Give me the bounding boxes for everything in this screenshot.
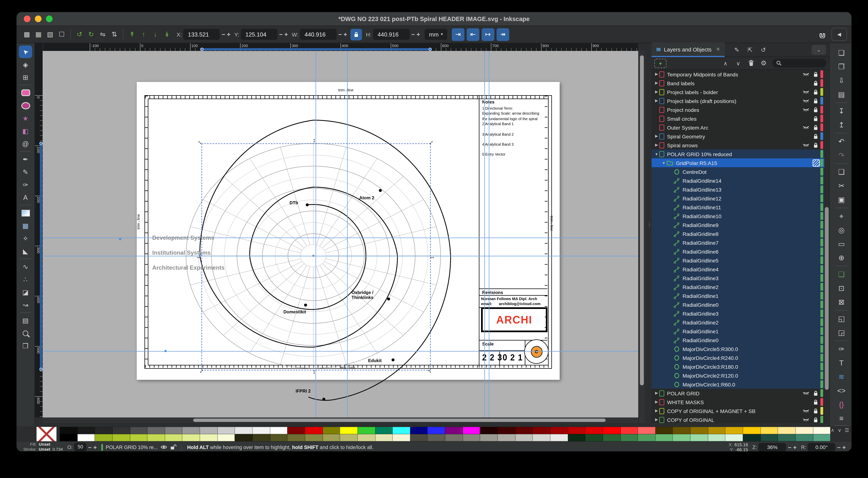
color-swatch[interactable] <box>358 427 375 434</box>
color-swatch[interactable] <box>638 427 655 434</box>
rotation-decrement[interactable]: − <box>837 444 840 450</box>
color-swatch[interactable] <box>77 434 95 441</box>
x-increment[interactable]: + <box>227 31 230 38</box>
mesh-gradient-tool[interactable]: ▦ <box>19 219 32 232</box>
color-swatch[interactable] <box>393 434 410 441</box>
connector-tool[interactable]: ↝ <box>19 298 32 311</box>
hidden-eye-icon[interactable] <box>803 143 809 148</box>
x-input[interactable]: 133.521 <box>183 29 220 40</box>
find-replace-icon[interactable]: {} <box>834 397 849 411</box>
new-document-icon[interactable]: ❏ <box>834 46 849 60</box>
color-swatch[interactable] <box>585 434 603 441</box>
export-dialog-icon[interactable]: ⇱ <box>743 44 757 55</box>
horizontal-scrollbar[interactable] <box>43 417 638 423</box>
expander-icon[interactable]: ▶ <box>654 409 659 413</box>
panel-menu-button[interactable]: ⌄ <box>811 45 826 55</box>
color-swatch[interactable] <box>375 434 393 441</box>
move-patterns-toggle[interactable]: ↠ <box>497 28 509 41</box>
object-radialgridline[interactable]: RadialGridline1 <box>652 291 824 300</box>
lock-icon[interactable] <box>813 133 818 139</box>
raise-icon[interactable]: ↑ <box>138 29 150 40</box>
zoom-window-button[interactable] <box>46 16 53 22</box>
color-swatch[interactable] <box>113 427 130 434</box>
opacity-input[interactable]: 50 <box>74 443 86 451</box>
redo-icon[interactable]: ↷ <box>834 148 849 162</box>
layer-spiral-arrows[interactable]: ▶Spiral arrows <box>652 141 824 149</box>
layer-visibility-icon[interactable] <box>160 445 167 450</box>
zoom-tool[interactable] <box>19 327 32 339</box>
layers-scrollbar[interactable] <box>824 70 829 423</box>
expander-icon[interactable]: ▶ <box>654 400 659 404</box>
print-document-icon[interactable]: ▤ <box>834 88 849 101</box>
height-increment[interactable]: + <box>416 31 420 38</box>
group-gridpolar-r5-a15[interactable]: ▼GridPolar:R5:A15 <box>652 158 824 167</box>
open-document-icon[interactable]: ❐ <box>834 60 849 73</box>
hidden-eye-icon[interactable] <box>803 72 809 77</box>
object-radialgridline[interactable]: RadialGridline0 <box>652 300 824 309</box>
color-swatch[interactable] <box>305 434 322 441</box>
color-swatch[interactable] <box>761 434 778 441</box>
y-increment[interactable]: + <box>284 31 288 38</box>
object-radialgridline[interactable]: RadialGridline12 <box>652 194 824 203</box>
layer-polar-grid-10-reduced[interactable]: ▼POLAR GRID 10% reduced <box>652 149 824 158</box>
color-swatch[interactable] <box>708 434 725 441</box>
select-all-icon[interactable]: ▩ <box>21 29 33 40</box>
x-decrement[interactable]: − <box>222 31 225 38</box>
edit-dialog-icon[interactable]: ✎ <box>730 44 743 55</box>
color-swatch[interactable] <box>603 427 620 434</box>
hidden-eye-icon[interactable] <box>803 417 809 422</box>
horizontal-ruler[interactable]: -1000100200300400500600700800900 <box>43 43 638 51</box>
expander-icon[interactable]: ▶ <box>654 143 659 147</box>
object-majordivcircle[interactable]: MajorDivCircle5:R300.0 <box>652 345 824 353</box>
history-dialog-icon[interactable]: ↺ <box>757 44 770 55</box>
color-swatch[interactable] <box>725 427 743 434</box>
color-swatch[interactable] <box>358 434 375 441</box>
hidden-eye-icon[interactable] <box>803 98 809 103</box>
eraser-tool[interactable]: ◪ <box>19 286 32 298</box>
color-swatch[interactable] <box>778 427 796 434</box>
minimize-window-button[interactable] <box>35 16 41 22</box>
tab-close-icon[interactable]: ✕ <box>716 47 720 52</box>
zoom-page-icon[interactable]: ▭ <box>834 237 849 251</box>
color-swatch[interactable] <box>393 427 410 434</box>
y-input[interactable]: 125.104 <box>241 29 278 40</box>
clone-icon[interactable]: ⊡ <box>834 281 849 295</box>
color-swatch[interactable] <box>568 434 585 441</box>
lock-icon[interactable] <box>813 417 818 423</box>
color-swatch[interactable] <box>340 434 358 441</box>
lock-icon[interactable] <box>813 124 818 130</box>
y-decrement[interactable]: − <box>279 31 283 38</box>
deselect-icon[interactable]: ▧ <box>44 29 56 40</box>
import-icon[interactable]: ↧ <box>834 104 849 118</box>
color-swatch[interactable] <box>690 427 708 434</box>
object-radialgridline[interactable]: RadialGridline11 <box>652 203 824 211</box>
fill-stroke-dialog-icon[interactable]: ✑ <box>834 342 849 356</box>
layer-project-labels-draft[interactable]: ▶Project labels (draft positions) <box>652 96 824 105</box>
color-swatch[interactable] <box>200 434 217 441</box>
color-swatch[interactable] <box>655 434 673 441</box>
color-swatch[interactable] <box>270 434 287 441</box>
move-up-button[interactable]: ∧ <box>721 59 730 67</box>
color-swatch[interactable] <box>165 434 183 441</box>
layer-white-masks[interactable]: ▶WHITE MASKS <box>652 397 824 407</box>
color-swatch[interactable] <box>235 434 252 441</box>
hidden-eye-icon[interactable] <box>803 391 809 396</box>
fill-stroke-indicator[interactable]: Fill:Unset Stroke:Unset0.734 <box>22 442 63 451</box>
object-radialgridline[interactable]: RadialGridline3 <box>652 273 824 282</box>
color-swatch[interactable] <box>445 434 463 441</box>
color-swatch[interactable] <box>813 427 831 434</box>
snapbar-collapse-button[interactable]: ◀ <box>832 28 847 41</box>
selection-scale-handle[interactable]: ↔ <box>313 138 318 144</box>
layer-unlock-icon[interactable] <box>170 444 177 450</box>
star-tool[interactable]: ★ <box>19 112 32 125</box>
spray-tool[interactable]: ∴ <box>19 273 32 286</box>
color-swatch[interactable] <box>568 427 585 434</box>
cut-icon[interactable]: ✂ <box>834 179 849 193</box>
close-window-button[interactable] <box>24 16 30 22</box>
object-radialgridline[interactable]: RadialGridline3 <box>652 309 824 318</box>
object-radialgridline[interactable]: RadialGridline6 <box>652 247 824 256</box>
spiral-tool[interactable]: @ <box>19 137 32 150</box>
color-swatch[interactable] <box>796 434 813 441</box>
color-swatch[interactable] <box>130 434 148 441</box>
width-decrement[interactable]: − <box>338 31 342 38</box>
